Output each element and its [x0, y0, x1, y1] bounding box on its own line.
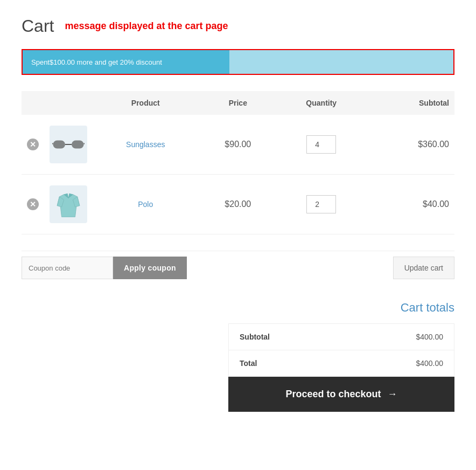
totals-subtotal-row: Subtotal $400.00	[229, 324, 454, 350]
price-cell: $20.00	[199, 175, 278, 234]
update-cart-button[interactable]: Update cart	[393, 257, 454, 279]
product-name-cell: Polo	[93, 175, 199, 234]
apply-coupon-button[interactable]: Apply coupon	[113, 257, 187, 279]
coupon-input[interactable]	[22, 257, 113, 279]
total-value: $400.00	[416, 359, 443, 368]
total-label: Total	[240, 359, 257, 368]
sunglasses-svg	[52, 136, 85, 153]
remove-sunglasses-button[interactable]: ✕	[27, 139, 39, 150]
polo-link[interactable]: Polo	[138, 200, 153, 209]
subtotal-label: Subtotal	[240, 333, 270, 341]
remove-cell: ✕	[22, 175, 44, 234]
cart-page-message: message displayed at the cart page	[65, 20, 228, 32]
cart-totals-section: Cart totals Subtotal $400.00 Total $400.…	[22, 301, 454, 412]
remove-polo-icon: ✕	[27, 198, 39, 210]
subtotal-cell: $360.00	[365, 115, 454, 175]
image-cell	[44, 175, 93, 234]
product-name-cell: Sunglasses	[93, 115, 199, 175]
sunglasses-qty-input[interactable]	[306, 135, 336, 154]
polo-image	[50, 185, 87, 223]
page-title: Cart	[22, 16, 54, 36]
col-header-subtotal: Subtotal	[365, 91, 454, 115]
remove-polo-button[interactable]: ✕	[27, 198, 39, 210]
svg-rect-1	[72, 141, 84, 149]
qty-cell	[277, 115, 365, 175]
coupon-row: Apply coupon Update cart	[22, 251, 454, 290]
table-row: ✕	[22, 175, 454, 234]
checkout-arrow: →	[388, 389, 397, 400]
progress-bar-empty	[229, 50, 453, 74]
col-header-price: Price	[199, 91, 278, 115]
polo-svg	[55, 190, 82, 219]
price-cell: $90.00	[199, 115, 278, 175]
progress-bar-fill: Spent$100.00 more and get 20% discount	[23, 50, 229, 74]
svg-rect-0	[53, 141, 66, 149]
image-cell	[44, 115, 93, 175]
page-header: Cart message displayed at the cart page	[22, 16, 454, 36]
sunglasses-image	[50, 126, 87, 163]
subtotal-cell: $40.00	[365, 175, 454, 234]
remove-sunglasses-icon: ✕	[27, 139, 39, 150]
col-header-image	[44, 91, 93, 115]
table-header-row: Product Price Quantity Subtotal	[22, 91, 454, 115]
cart-totals-box: Subtotal $400.00 Total $400.00	[228, 323, 454, 377]
col-header-quantity: Quantity	[277, 91, 365, 115]
coupon-left: Apply coupon	[22, 257, 187, 279]
cart-totals-title: Cart totals	[401, 301, 454, 315]
checkout-button[interactable]: Proceed to checkout →	[228, 377, 454, 412]
col-header-product: Product	[93, 91, 199, 115]
polo-qty-input[interactable]	[306, 195, 336, 213]
col-header-remove	[22, 91, 44, 115]
progress-bar-text: Spent$100.00 more and get 20% discount	[31, 58, 162, 66]
remove-cell: ✕	[22, 115, 44, 175]
progress-bar: Spent$100.00 more and get 20% discount	[22, 49, 454, 75]
cart-table: Product Price Quantity Subtotal ✕	[22, 91, 454, 234]
table-row: ✕ Sunglasses $90.00	[22, 115, 454, 175]
totals-total-row: Total $400.00	[229, 350, 454, 376]
checkout-label: Proceed to checkout	[285, 389, 381, 400]
subtotal-value: $400.00	[416, 333, 443, 341]
qty-cell	[277, 175, 365, 234]
sunglasses-link[interactable]: Sunglasses	[126, 140, 165, 149]
